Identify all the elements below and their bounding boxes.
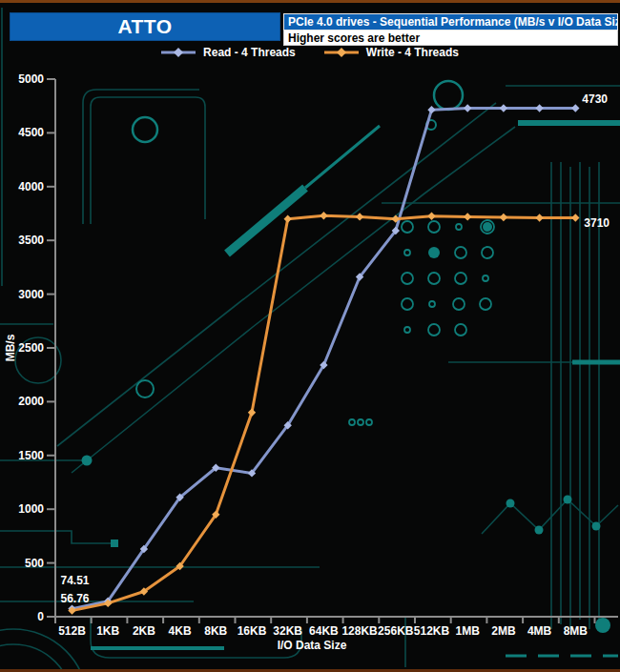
screenshot-root: ATTO PCIe 4.0 drives - Sequential Perfor… (0, 0, 620, 672)
chart-svg: 0500100015002000250030003500400045005000… (0, 0, 620, 672)
svg-text:512KB: 512KB (414, 624, 450, 638)
svg-text:8MB: 8MB (564, 624, 589, 638)
svg-text:64KB: 64KB (309, 624, 339, 638)
svg-text:4730: 4730 (582, 92, 608, 106)
svg-text:500: 500 (25, 557, 44, 570)
svg-text:3500: 3500 (18, 234, 44, 247)
svg-text:2000: 2000 (18, 395, 44, 408)
svg-text:4MB: 4MB (527, 624, 552, 638)
svg-text:I/O Data Size: I/O Data Size (278, 639, 347, 652)
svg-text:2500: 2500 (18, 341, 44, 355)
svg-text:3710: 3710 (584, 216, 610, 230)
svg-text:74.51: 74.51 (61, 574, 90, 587)
svg-text:1MB: 1MB (456, 624, 481, 638)
svg-text:5000: 5000 (18, 72, 44, 86)
svg-text:0: 0 (37, 610, 44, 623)
svg-text:4500: 4500 (18, 126, 44, 139)
svg-text:4000: 4000 (18, 180, 44, 193)
svg-text:1KB: 1KB (96, 624, 119, 638)
svg-text:512B: 512B (58, 624, 86, 638)
svg-text:3000: 3000 (18, 288, 44, 301)
svg-text:1000: 1000 (18, 502, 44, 516)
svg-text:1500: 1500 (18, 449, 44, 462)
svg-text:56.76: 56.76 (61, 592, 90, 605)
svg-text:16KB: 16KB (238, 624, 267, 638)
svg-text:4KB: 4KB (169, 624, 192, 638)
svg-text:2MB: 2MB (491, 624, 516, 638)
svg-text:32KB: 32KB (273, 624, 302, 638)
svg-text:8KB: 8KB (204, 624, 227, 638)
svg-text:128KB: 128KB (341, 624, 378, 638)
svg-text:2KB: 2KB (133, 624, 155, 638)
svg-text:MB/s: MB/s (4, 334, 17, 361)
svg-text:256KB: 256KB (378, 624, 414, 638)
